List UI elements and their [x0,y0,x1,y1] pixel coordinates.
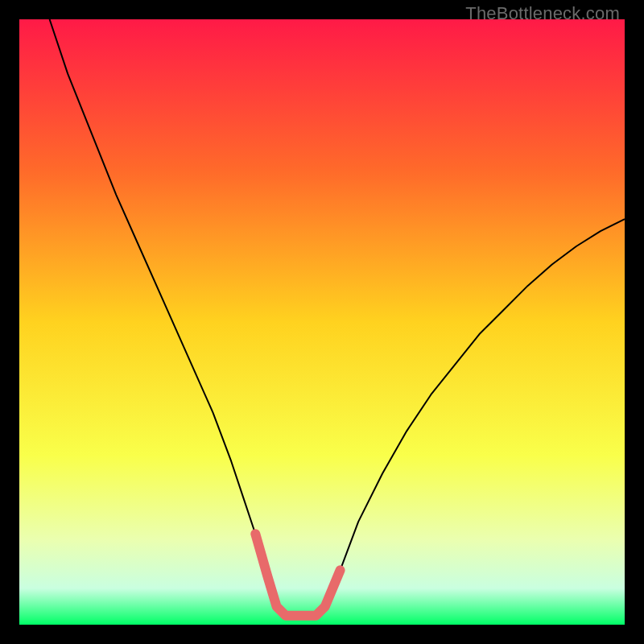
watermark-text: TheBottleneck.com [465,3,620,24]
gradient-background [19,19,625,625]
chart-canvas [19,19,625,625]
plot-area [19,19,625,625]
chart-frame: TheBottleneck.com [0,0,644,644]
